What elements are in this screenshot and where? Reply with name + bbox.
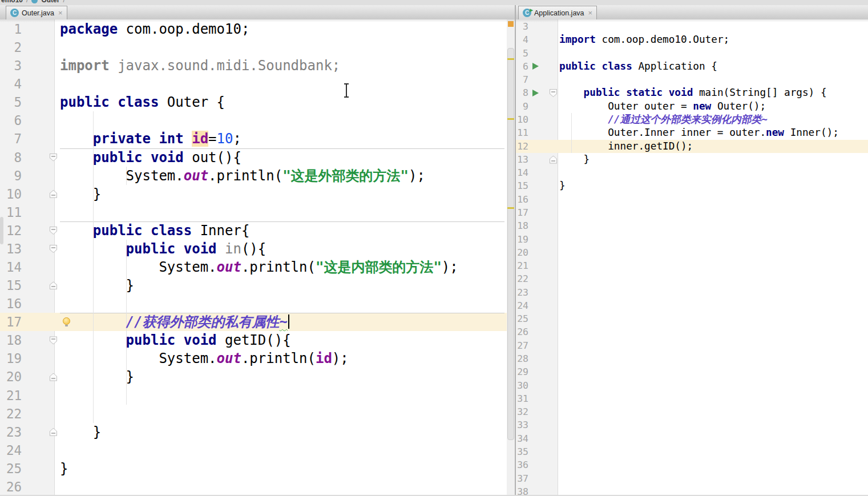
- code-line[interactable]: }: [516, 153, 868, 166]
- code-line[interactable]: [0, 111, 515, 130]
- code-line[interactable]: import javax.sound.midi.Soundbank;: [0, 57, 515, 75]
- code-line[interactable]: }: [0, 368, 515, 386]
- code-line[interactable]: System.out.println("这是外部类的方法");: [0, 167, 515, 185]
- code-line[interactable]: public void in(){: [0, 240, 515, 258]
- close-icon[interactable]: ×: [588, 9, 593, 17]
- pane-splitter[interactable]: [515, 5, 516, 496]
- code-line[interactable]: [516, 166, 868, 179]
- warning-stripe-mark[interactable]: [507, 118, 514, 120]
- code-line[interactable]: [516, 20, 868, 33]
- code-area[interactable]: import com.oop.demo10.Outer;public class…: [516, 20, 868, 496]
- scrollbar-thumb[interactable]: [507, 48, 514, 440]
- fold-collapse-start-icon[interactable]: [50, 336, 57, 344]
- warning-stripe-mark[interactable]: [507, 207, 514, 209]
- code-line[interactable]: [516, 352, 868, 365]
- class-icon: [31, 0, 38, 3]
- code-line[interactable]: }: [0, 185, 515, 203]
- code-line[interactable]: [516, 472, 868, 485]
- code-line[interactable]: [0, 38, 515, 57]
- code-line[interactable]: System.out.println(id);: [0, 349, 515, 368]
- fold-collapse-end-icon[interactable]: [50, 190, 57, 198]
- intention-bulb-icon[interactable]: [63, 317, 70, 327]
- fold-collapse-end-icon[interactable]: [50, 281, 57, 289]
- code-line[interactable]: public class Inner{: [0, 221, 515, 240]
- code-line[interactable]: [516, 365, 868, 378]
- code-line[interactable]: }: [0, 276, 515, 295]
- code-line[interactable]: [0, 203, 515, 221]
- tab-application-java[interactable]: C Application.java ×: [518, 6, 597, 19]
- code-line[interactable]: [516, 418, 868, 432]
- code-line[interactable]: [516, 379, 868, 392]
- code-line[interactable]: public class Outer {: [0, 93, 515, 111]
- fold-collapse-start-icon[interactable]: [50, 227, 57, 235]
- code-line[interactable]: Outer outer = new Outer();: [516, 100, 868, 113]
- code-line[interactable]: [516, 272, 868, 285]
- code-line[interactable]: public void getID(){: [0, 331, 515, 349]
- run-icon[interactable]: [532, 90, 539, 96]
- tab-label: Application.java: [534, 9, 584, 17]
- code-line[interactable]: inner.getID();: [516, 140, 868, 153]
- code-line[interactable]: [516, 219, 868, 232]
- fold-collapse-end-icon[interactable]: [50, 428, 57, 436]
- fold-collapse-end-icon[interactable]: [550, 156, 557, 164]
- code-line[interactable]: [516, 325, 868, 338]
- code-line[interactable]: [0, 386, 515, 405]
- code-line[interactable]: [516, 246, 868, 259]
- breadcrumb-class: Outer: [41, 0, 59, 5]
- code-line[interactable]: [516, 339, 868, 352]
- close-icon[interactable]: ×: [58, 9, 63, 17]
- code-line[interactable]: }: [0, 459, 515, 478]
- code-line[interactable]: [516, 47, 868, 60]
- tab-label: Outer.java: [22, 9, 54, 17]
- code-line[interactable]: //通过这个外部类来实例化内部类~: [516, 113, 868, 126]
- code-line[interactable]: public static void main(String[] args) {: [516, 86, 868, 99]
- editor-application-java[interactable]: 3456789101112131415161718192021222324252…: [516, 19, 868, 496]
- code-line[interactable]: [0, 441, 515, 459]
- fold-collapse-end-icon[interactable]: [50, 373, 57, 381]
- code-line[interactable]: import com.oop.demo10.Outer;: [516, 33, 868, 46]
- breadcrumb-separator: /: [26, 0, 28, 5]
- breadcrumb-package: emo10: [1, 0, 23, 5]
- code-line[interactable]: [516, 259, 868, 272]
- code-line[interactable]: [516, 299, 868, 312]
- fold-collapse-start-icon[interactable]: [550, 89, 557, 97]
- editor-outer-java[interactable]: 1234567891011121314151617181920212223242…: [0, 19, 515, 496]
- code-line[interactable]: [0, 295, 515, 313]
- text-caret: [288, 314, 289, 329]
- project-panel-scrollbar-sliver[interactable]: [0, 217, 3, 244]
- code-line[interactable]: private int id=10;: [0, 130, 515, 148]
- code-line[interactable]: System.out.println("这是内部类的方法");: [0, 258, 515, 276]
- code-line[interactable]: [516, 73, 868, 86]
- code-line[interactable]: [516, 432, 868, 445]
- code-line[interactable]: [516, 312, 868, 325]
- vertical-scrollbar[interactable]: [507, 19, 515, 496]
- code-line[interactable]: public void out(){: [0, 148, 515, 167]
- java-class-icon: C: [10, 9, 19, 17]
- code-line[interactable]: [0, 478, 515, 496]
- tab-outer-java[interactable]: C Outer.java ×: [6, 6, 67, 19]
- fold-collapse-start-icon[interactable]: [50, 245, 57, 253]
- code-line[interactable]: Outer.Inner inner = outer.new Inner();: [516, 126, 868, 139]
- code-line[interactable]: [516, 458, 868, 471]
- code-line[interactable]: [516, 233, 868, 246]
- breadcrumb-separator: /: [63, 0, 64, 5]
- code-line[interactable]: [516, 193, 868, 206]
- code-area[interactable]: package com.oop.demo10;import javax.soun…: [0, 20, 515, 496]
- code-line[interactable]: [516, 392, 868, 405]
- code-line[interactable]: [516, 445, 868, 458]
- fold-collapse-start-icon[interactable]: [50, 154, 57, 162]
- code-line[interactable]: }: [516, 179, 868, 192]
- warning-stripe-mark[interactable]: [507, 58, 514, 60]
- code-line[interactable]: //获得外部类的私有属性~: [0, 313, 515, 331]
- warning-stripe-square[interactable]: [508, 21, 514, 27]
- run-icon[interactable]: [532, 63, 539, 70]
- code-line[interactable]: }: [0, 423, 515, 441]
- code-line[interactable]: [516, 206, 868, 219]
- code-line[interactable]: public class Application {: [516, 60, 868, 73]
- code-line[interactable]: package com.oop.demo10;: [0, 20, 515, 38]
- code-line[interactable]: [0, 405, 515, 423]
- runnable-java-class-icon: C: [523, 9, 531, 17]
- code-line[interactable]: [0, 75, 515, 93]
- code-line[interactable]: [516, 286, 868, 299]
- code-line[interactable]: [516, 405, 868, 418]
